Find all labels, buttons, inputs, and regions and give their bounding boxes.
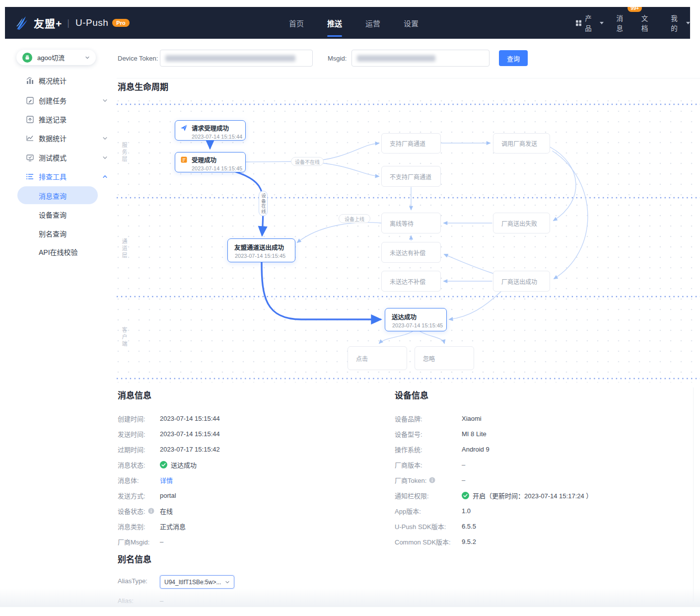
products-menu[interactable]: 产品 (576, 13, 604, 33)
flow-node-delivered: 送达成功 2023-07-14 15:15:45 (385, 308, 447, 331)
info-row-device-status: 设备状态: 在线 (118, 503, 376, 519)
sidebar-item-push-record[interactable]: 推送记录 (5, 110, 117, 129)
chevron-up-icon (102, 174, 108, 179)
pro-badge: Pro (112, 19, 129, 27)
message-info-title: 消息信息 (118, 388, 376, 401)
msgid-redacted-value (357, 55, 435, 62)
flow-node-call-vendor-send: 调用厂商发送 (493, 133, 550, 154)
bottom-margin (0, 607, 700, 616)
nav-push[interactable]: 推送 (327, 7, 342, 39)
alias-label: Alias: (118, 597, 160, 605)
info-row: 发送时间:2023-07-14 15:15:44 (118, 426, 376, 442)
search-button[interactable]: 查询 (499, 50, 528, 66)
msgid-label: Msgid: (328, 55, 347, 62)
info-row-message-status: 消息状态: 送达成功 (118, 457, 376, 472)
test-mode-icon (26, 154, 34, 162)
brand-text: 友盟+ (34, 15, 62, 30)
info-row: 创建时间:2023-07-14 15:15:44 (118, 411, 376, 426)
msgid-input[interactable] (351, 50, 490, 67)
info-row: 消息类别:正式消息 (118, 519, 376, 534)
messages-menu[interactable]: 消息 99+ (616, 13, 629, 33)
device-token-input[interactable] (160, 50, 313, 67)
info-row-vendor-token: 厂商Token: – (395, 472, 693, 488)
layer-label-channel: 通道层 (120, 238, 128, 259)
push-record-icon (26, 115, 34, 124)
sidebar-item-alias-query[interactable]: 别名查询 (5, 224, 117, 242)
file-icon (180, 156, 188, 163)
chevron-down-icon (225, 580, 230, 585)
info-row: 操作系统:Android 9 (395, 442, 693, 457)
flow-node-undelivered-with-compensation: 未送达有补偿 (381, 242, 441, 263)
apps-grid-icon (576, 20, 581, 26)
info-icon[interactable] (148, 508, 154, 514)
flow-node-vendor-send-success: 厂商送出成功 (493, 271, 550, 292)
product-name: U-Push (75, 17, 108, 28)
edge-pill-device-online: 设备上线 (339, 214, 370, 223)
top-navbar: 友盟+ | U-Push Pro 首页 推送 运营 设置 产品 消息 99 (5, 7, 690, 39)
device-info-title: 设备信息 (395, 388, 693, 401)
sidebar-item-troubleshoot-tools[interactable]: 排查工具 (5, 167, 117, 186)
sidebar-item-data-stats[interactable]: 数据统计 (5, 129, 117, 148)
flow-node-offline-wait: 离线等待 (381, 213, 441, 233)
umeng-feather-icon (16, 15, 29, 30)
info-row: 发送方式:portal (118, 488, 376, 503)
lifecycle-title: 消息生命周期 (118, 80, 168, 92)
flow-node-vendor-send-fail: 厂商送出失败 (493, 213, 550, 233)
sidebar-item-device-query[interactable]: 设备查询 (5, 205, 117, 224)
info-row: App版本:1.0 (395, 503, 693, 519)
detail-link[interactable]: 详情 (160, 475, 173, 485)
device-token-redacted-value (165, 55, 295, 62)
success-check-icon (160, 461, 167, 468)
flow-node-ignore: 忽略 (415, 346, 474, 370)
alias-type-select[interactable]: U94_ItIfT1SBe:5w>... (160, 575, 234, 589)
my-account-menu[interactable]: 我的 (671, 13, 683, 33)
layer-label-client: 客户端 (120, 327, 128, 348)
paper-plane-icon (180, 124, 188, 132)
alias-info-title: 别名信息 (118, 552, 151, 565)
info-row: 设备品牌:Xiaomi (395, 411, 693, 426)
flow-node-click: 点击 (348, 346, 407, 370)
flow-node-support-vendor-channel: 支持厂商通道 (381, 133, 441, 154)
app-android-icon (22, 53, 32, 63)
info-row: 厂商Msgid:– (118, 534, 376, 549)
create-task-icon (26, 96, 34, 105)
divider (117, 78, 700, 78)
sidebar-item-overview-stats[interactable]: 概况统计 (5, 71, 117, 90)
line-chart-icon (26, 134, 34, 143)
info-row: 厂商版本:– (395, 457, 693, 472)
info-row: 设备型号:MI 8 Lite (395, 426, 693, 442)
nav-home[interactable]: 首页 (289, 7, 304, 39)
nav-operation[interactable]: 运营 (365, 7, 380, 39)
main-nav: 首页 推送 运营 设置 (289, 7, 419, 39)
sidebar-item-create-task[interactable]: 创建任务 (5, 91, 117, 110)
info-row-notification-permission: 通知栏权限: 开启（更新时间：2023-07-14 15:17:24 ） (395, 488, 693, 503)
info-row-message-body: 消息体: 详情 (118, 472, 376, 488)
flow-node-accepted: 受理成功 2023-07-14 15:15:45 (175, 152, 246, 172)
app-selector[interactable]: agoo切流 (16, 50, 96, 65)
sidebar: agoo切流 概况统计 创建任务 推送记录 数据统计 测试模式 排 (5, 39, 117, 616)
flow-node-undelivered-no-compensation: 未送达不补偿 (381, 271, 441, 292)
sidebar-item-api-online-check[interactable]: API在线校验 (5, 242, 117, 261)
app-name: agoo切流 (37, 53, 85, 62)
device-info-section: 设备信息 设备品牌:Xiaomi 设备型号:MI 8 Lite 操作系统:And… (395, 388, 693, 549)
active-tab-underline (327, 35, 342, 37)
caret-down-icon (600, 22, 604, 24)
docs-menu[interactable]: 文档 (641, 13, 654, 33)
sidebar-item-message-query[interactable]: 消息查询 (5, 186, 117, 205)
info-row: 过期时间:2023-07-17 15:15:42 (118, 442, 376, 457)
bar-chart-icon (26, 77, 34, 85)
flow-node-umeng-channel-sent: 友盟通道送出成功 2023-07-14 15:15:45 (227, 238, 295, 262)
sidebar-item-test-mode[interactable]: 测试模式 (5, 148, 117, 167)
success-check-icon (462, 492, 469, 499)
caret-down-icon (686, 22, 690, 24)
device-token-label: Device Token: (118, 55, 158, 62)
page: 友盟+ | U-Push Pro 首页 推送 运营 设置 产品 消息 99 (0, 0, 700, 616)
nav-settings[interactable]: 设置 (404, 7, 419, 39)
alias-type-row: AliasType: (118, 577, 147, 585)
content-right-divider (693, 387, 694, 601)
info-row: U-Push SDK版本:6.5.5 (395, 519, 693, 534)
layer-label-service: 服务层 (120, 142, 128, 163)
info-icon[interactable] (429, 477, 435, 483)
chevron-down-icon (102, 136, 108, 141)
logo[interactable]: 友盟+ | U-Push Pro (16, 7, 130, 39)
